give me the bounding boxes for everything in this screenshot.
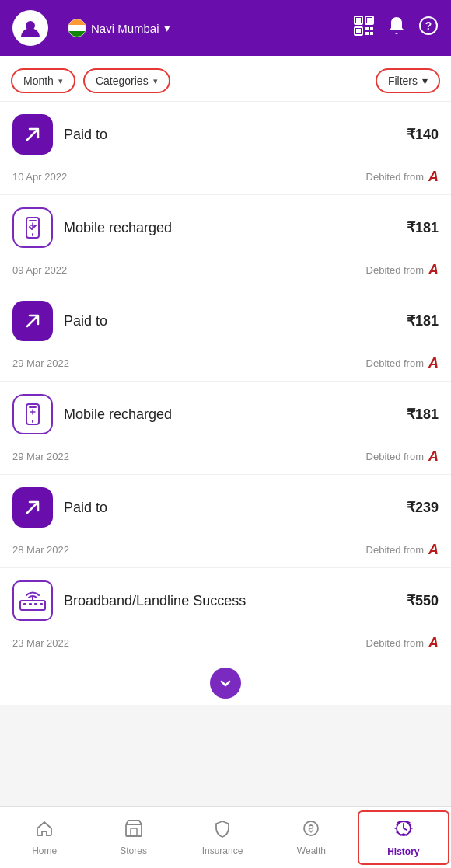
scroll-down-button[interactable] — [210, 668, 241, 699]
nav-home[interactable]: Home — [0, 813, 89, 863]
filters-chevron: ▾ — [422, 75, 428, 87]
axis-logo-5: A — [428, 542, 439, 558]
axis-logo-6: A — [428, 635, 439, 651]
svg-rect-18 — [34, 603, 37, 605]
table-row[interactable]: Mobile recharged ₹181 29 Mar 2022 Debite… — [0, 382, 451, 475]
svg-text:?: ? — [425, 19, 432, 32]
txn-debit-5: Debited from A — [366, 542, 439, 558]
txn-amount-3: ₹181 — [407, 312, 439, 329]
txn-date-5: 28 Mar 2022 — [12, 544, 69, 556]
header-divider — [58, 12, 58, 44]
svg-rect-21 — [131, 828, 137, 836]
broadband-icon — [12, 580, 53, 621]
nav-home-label: Home — [32, 845, 57, 856]
nav-stores-label: Stores — [120, 845, 147, 856]
nav-insurance[interactable]: Insurance — [178, 813, 267, 863]
nav-history-label: History — [387, 846, 419, 857]
txn-name-6: Broadband/Landline Success — [64, 593, 396, 609]
axis-logo-1: A — [428, 169, 439, 185]
scroll-down-container — [0, 661, 451, 705]
txn-name-3: Paid to — [64, 313, 396, 329]
month-filter[interactable]: Month ▾ — [11, 68, 75, 93]
paid-to-icon — [12, 114, 53, 155]
stores-icon — [124, 819, 143, 842]
month-label: Month — [23, 75, 54, 87]
nav-history[interactable]: History — [358, 810, 449, 865]
txn-date-2: 09 Apr 2022 — [12, 264, 67, 276]
mobile-recharge-icon-2 — [12, 394, 53, 434]
nav-wealth[interactable]: Wealth — [267, 813, 355, 863]
txn-debit-4: Debited from A — [366, 448, 439, 465]
txn-amount-5: ₹239 — [407, 499, 439, 516]
txn-date-4: 29 Mar 2022 — [12, 451, 69, 462]
txn-debit-2: Debited from A — [366, 262, 439, 278]
location-label: Navi Mumbai — [91, 22, 159, 35]
insurance-icon — [213, 819, 232, 842]
txn-date-1: 10 Apr 2022 — [12, 171, 67, 183]
svg-rect-4 — [367, 18, 372, 23]
table-row[interactable]: Broadband/Landline Success ₹550 23 Mar 2… — [0, 568, 451, 661]
table-row[interactable]: Paid to ₹239 28 Mar 2022 Debited from A — [0, 475, 451, 568]
filters-button[interactable]: Filters ▾ — [376, 68, 440, 93]
nav-wealth-label: Wealth — [297, 845, 326, 856]
table-row[interactable]: Mobile recharged ₹181 09 Apr 2022 Debite… — [0, 195, 451, 288]
categories-chevron: ▾ — [153, 76, 158, 86]
main-content: Month ▾ Categories ▾ Filters ▾ Paid to ₹… — [0, 56, 451, 767]
flag-icon — [68, 19, 86, 37]
filters-label: Filters — [388, 75, 418, 87]
nav-stores[interactable]: Stores — [89, 813, 177, 863]
txn-name-4: Mobile recharged — [64, 406, 396, 423]
paid-to-icon-3 — [12, 487, 53, 528]
notification-icon[interactable] — [387, 16, 406, 40]
transactions-list: Paid to ₹140 10 Apr 2022 Debited from A — [0, 102, 451, 705]
svg-rect-7 — [365, 27, 369, 30]
svg-rect-17 — [29, 603, 32, 605]
txn-name-5: Paid to — [64, 500, 396, 516]
svg-rect-20 — [126, 824, 142, 836]
mobile-recharge-icon — [12, 207, 53, 248]
svg-rect-8 — [370, 27, 373, 30]
bottom-navigation: Home Stores Insurance Wealth — [0, 806, 451, 868]
svg-rect-19 — [40, 603, 43, 605]
txn-debit-6: Debited from A — [366, 635, 439, 651]
txn-debit-1: Debited from A — [366, 169, 439, 185]
app-header: Navi Mumbai ▾ — [0, 0, 451, 56]
svg-rect-2 — [356, 18, 361, 23]
categories-filter[interactable]: Categories ▾ — [83, 68, 170, 93]
header-actions: ? — [353, 15, 439, 41]
month-chevron: ▾ — [58, 76, 63, 86]
home-icon — [35, 819, 54, 842]
axis-logo-3: A — [428, 355, 439, 371]
history-icon — [393, 818, 414, 843]
txn-debit-3: Debited from A — [366, 355, 439, 371]
txn-date-6: 23 Mar 2022 — [12, 637, 69, 649]
dropdown-icon: ▾ — [164, 21, 170, 35]
table-row[interactable]: Paid to ₹140 10 Apr 2022 Debited from A — [0, 102, 451, 195]
svg-rect-16 — [23, 603, 26, 605]
filter-bar: Month ▾ Categories ▾ Filters ▾ — [0, 56, 451, 102]
txn-date-3: 29 Mar 2022 — [12, 357, 69, 369]
wealth-icon — [302, 819, 320, 842]
nav-insurance-label: Insurance — [202, 845, 243, 856]
txn-name-2: Mobile recharged — [64, 220, 396, 236]
txn-amount-6: ₹550 — [407, 592, 439, 609]
qr-icon[interactable] — [353, 15, 375, 41]
help-icon[interactable]: ? — [418, 16, 439, 40]
txn-amount-4: ₹181 — [407, 406, 439, 423]
location-selector[interactable]: Navi Mumbai ▾ — [68, 19, 170, 37]
txn-amount-2: ₹181 — [407, 219, 439, 236]
paid-to-icon-2 — [12, 301, 53, 341]
svg-rect-10 — [370, 32, 373, 35]
svg-rect-9 — [365, 32, 369, 35]
axis-logo-2: A — [428, 262, 439, 278]
avatar[interactable] — [12, 10, 48, 46]
txn-amount-1: ₹140 — [407, 126, 439, 143]
axis-logo-4: A — [428, 448, 439, 465]
svg-rect-6 — [356, 29, 361, 33]
txn-name-1: Paid to — [64, 127, 396, 143]
table-row[interactable]: Paid to ₹181 29 Mar 2022 Debited from A — [0, 288, 451, 382]
categories-label: Categories — [96, 75, 149, 87]
